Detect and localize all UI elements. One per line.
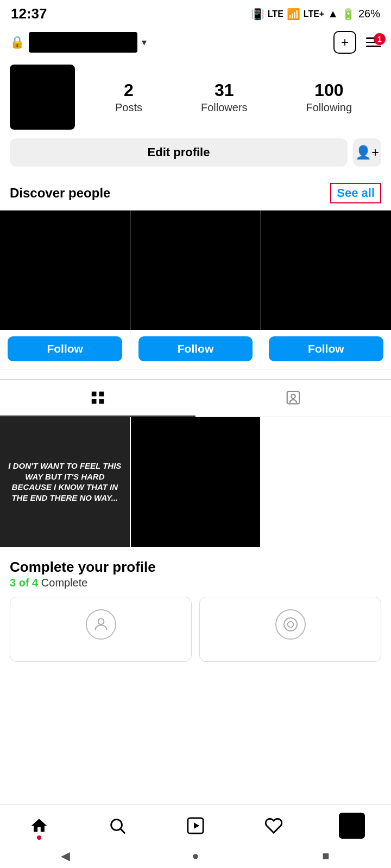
android-back-button[interactable]: ◀ xyxy=(49,846,81,866)
lock-icon: 🔒 xyxy=(10,35,24,49)
add-post-button[interactable]: + xyxy=(333,31,356,54)
battery-icon: 🔋 xyxy=(342,8,355,21)
nav-left: 🔒 ▾ xyxy=(10,32,147,53)
lte-icon: LTE xyxy=(268,9,283,19)
android-recent-button[interactable]: ■ xyxy=(310,846,342,866)
nav-search-button[interactable] xyxy=(101,813,134,839)
android-nav: ◀ ● ■ xyxy=(0,844,391,868)
svg-rect-0 xyxy=(287,392,300,404)
complete-card-1[interactable] xyxy=(10,597,192,662)
complete-card-2[interactable] xyxy=(199,597,381,662)
edit-profile-button[interactable]: Edit profile xyxy=(10,138,348,167)
svg-point-2 xyxy=(98,618,104,624)
wifi-icon: 📶 xyxy=(287,8,300,21)
svg-line-6 xyxy=(121,829,125,833)
edit-profile-row: Edit profile 👤+ xyxy=(0,138,391,177)
complete-profile-section: Complete your profile 3 of 4 Complete xyxy=(0,547,391,667)
follow-button-2[interactable]: Follow xyxy=(138,336,253,361)
android-home-button[interactable]: ● xyxy=(179,846,212,866)
lte2-icon: LTE+ xyxy=(304,9,324,19)
nav-home-button[interactable] xyxy=(23,813,55,839)
svg-point-5 xyxy=(111,820,122,831)
complete-cards-row xyxy=(10,597,381,662)
discover-card-3: Follow xyxy=(261,210,391,369)
svg-marker-8 xyxy=(194,822,199,828)
discover-card-1: Follow xyxy=(0,210,130,369)
see-all-button[interactable]: See all xyxy=(330,183,381,203)
notification-badge: 1 xyxy=(374,33,386,45)
profile-section: 2 Posts 31 Followers 100 Following xyxy=(0,59,391,138)
svg-point-1 xyxy=(291,394,295,399)
complete-progress: 3 of 4 xyxy=(10,577,38,589)
svg-point-3 xyxy=(287,621,293,627)
followers-label: Followers xyxy=(201,101,248,114)
nav-activity-button[interactable] xyxy=(257,813,290,839)
post-thumb-1[interactable]: I DON'T WANT TO FEEL THIS WAY BUT IT'S H… xyxy=(0,417,130,547)
profile-avatar xyxy=(10,65,75,130)
complete-card-icon-2 xyxy=(275,609,306,640)
follow-button-1[interactable]: Follow xyxy=(8,336,122,361)
following-label: Following xyxy=(306,101,352,114)
follow-button-3[interactable]: Follow xyxy=(269,336,383,361)
complete-label: Complete xyxy=(41,577,88,589)
status-icons: 📳 LTE 📶 LTE+ ▲ 🔋 26% xyxy=(251,8,380,21)
bottom-nav xyxy=(0,805,391,844)
chevron-down-icon[interactable]: ▾ xyxy=(142,36,147,48)
plus-icon: + xyxy=(341,35,349,50)
profile-tabs xyxy=(0,379,391,417)
svg-point-4 xyxy=(284,618,297,631)
complete-profile-title: Complete your profile xyxy=(10,559,381,576)
discover-card-image-1 xyxy=(0,210,130,330)
complete-card-icon-1 xyxy=(86,609,116,640)
menu-line-3 xyxy=(366,46,381,47)
posts-label: Posts xyxy=(115,101,142,114)
followers-count: 31 xyxy=(215,80,234,100)
following-stat[interactable]: 100 Following xyxy=(306,80,352,114)
post-black-2 xyxy=(131,417,261,547)
vibrate-icon: 📳 xyxy=(251,8,264,21)
profile-stats: 2 Posts 31 Followers 100 Following xyxy=(86,80,381,114)
signal-icon: ▲ xyxy=(327,8,338,20)
status-bar: 12:37 📳 LTE 📶 LTE+ ▲ 🔋 26% xyxy=(0,0,391,27)
tab-grid[interactable] xyxy=(0,380,195,417)
top-nav: 🔒 ▾ + 1 xyxy=(0,27,391,59)
nav-profile-avatar xyxy=(339,813,365,839)
posts-grid: I DON'T WANT TO FEEL THIS WAY BUT IT'S H… xyxy=(0,417,391,547)
menu-button[interactable]: 1 xyxy=(366,37,381,47)
username-redacted xyxy=(29,32,137,53)
post-text-1: I DON'T WANT TO FEEL THIS WAY BUT IT'S H… xyxy=(0,417,130,547)
tab-tagged[interactable] xyxy=(195,380,391,417)
discover-cards-row: Follow Follow Follow xyxy=(0,210,391,369)
post-thumb-2[interactable] xyxy=(131,417,261,547)
nav-reels-button[interactable] xyxy=(179,813,212,839)
add-person-button[interactable]: 👤+ xyxy=(353,138,381,167)
nav-right: + 1 xyxy=(333,31,381,54)
home-dot xyxy=(37,835,41,840)
posts-count: 2 xyxy=(124,80,134,100)
posts-stat[interactable]: 2 Posts xyxy=(115,80,142,114)
battery-text: 26% xyxy=(358,8,380,20)
complete-profile-sub: 3 of 4 Complete xyxy=(10,577,381,589)
discover-card-2: Follow xyxy=(130,210,261,369)
discover-card-image-2 xyxy=(130,210,260,330)
nav-profile-button[interactable] xyxy=(336,813,368,839)
discover-header: Discover people See all xyxy=(0,177,391,210)
followers-stat[interactable]: 31 Followers xyxy=(201,80,248,114)
add-person-icon: 👤+ xyxy=(355,145,379,160)
discover-card-image-3 xyxy=(261,210,391,330)
discover-title: Discover people xyxy=(10,186,110,201)
status-time: 12:37 xyxy=(11,5,47,22)
following-count: 100 xyxy=(314,80,343,100)
